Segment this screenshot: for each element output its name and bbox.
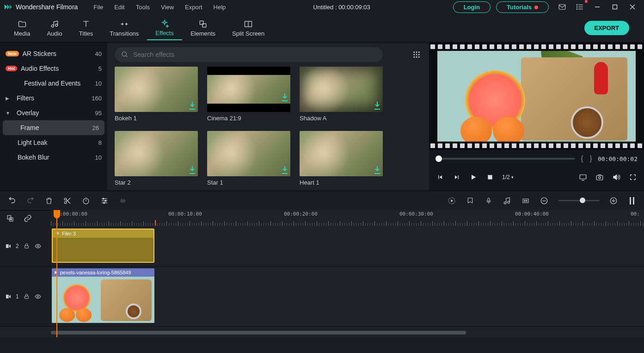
effect-thumb xyxy=(207,67,290,112)
fit-timeline-icon[interactable] xyxy=(521,196,530,205)
tutorials-button[interactable]: Tutorials xyxy=(496,1,549,13)
tab-effects[interactable]: Effects xyxy=(147,16,182,40)
display-settings-icon[interactable] xyxy=(578,173,588,182)
menu-tools[interactable]: Tools xyxy=(131,2,154,12)
search-box[interactable] xyxy=(115,47,383,62)
tab-elements[interactable]: Elements xyxy=(182,17,224,40)
timeline-options-icon[interactable] xyxy=(627,196,637,205)
snapshot-icon[interactable] xyxy=(595,173,604,182)
scrub-handle[interactable] xyxy=(435,155,442,162)
window-minimize-icon[interactable] xyxy=(589,0,605,13)
split-clip-icon[interactable] xyxy=(63,196,72,205)
preview-image[interactable] xyxy=(437,51,636,142)
timeline-horizontal-scrollbar[interactable] xyxy=(51,331,644,335)
menu-file[interactable]: File xyxy=(89,2,108,12)
timeline-scrollbar-thumb[interactable] xyxy=(51,331,466,334)
tab-transitions[interactable]: Transitions xyxy=(101,17,147,40)
lock-icon[interactable] xyxy=(24,293,30,299)
link-icon[interactable] xyxy=(23,214,32,223)
search-input[interactable] xyxy=(133,51,376,58)
sidebar-item-ar-stickers[interactable]: NewAR Stickers40 xyxy=(0,46,107,61)
marker-icon[interactable] xyxy=(466,196,475,205)
effect-clip-icon xyxy=(55,231,60,236)
mark-out-icon[interactable]: } xyxy=(589,155,593,163)
folder-icon xyxy=(18,19,27,29)
zoom-slider[interactable] xyxy=(558,200,600,201)
stop-icon[interactable] xyxy=(485,173,495,182)
zoom-out-icon[interactable] xyxy=(540,196,549,205)
svg-point-12 xyxy=(55,24,58,26)
download-icon xyxy=(374,165,381,174)
delete-icon[interactable] xyxy=(44,196,54,205)
effect-clip[interactable]: Film 3 xyxy=(52,229,154,263)
effect-card[interactable]: Bokeh 1 xyxy=(115,67,198,122)
undo-icon[interactable] xyxy=(7,196,17,205)
eye-icon[interactable] xyxy=(34,293,42,300)
zoom-handle[interactable] xyxy=(580,198,585,203)
chevron-down-icon: ▼ xyxy=(6,111,13,116)
svg-point-26 xyxy=(416,56,417,58)
speed-icon[interactable] xyxy=(81,196,91,205)
content-row: NewAR Stickers40 HotAudio Effects5 Festi… xyxy=(0,43,644,191)
mark-in-icon[interactable]: { xyxy=(580,155,584,163)
effect-card[interactable]: Star 1 xyxy=(207,131,290,186)
effect-card[interactable]: Cinema 21:9 xyxy=(207,67,290,122)
step-back-icon[interactable] xyxy=(435,173,445,182)
sidebar-sub-frame[interactable]: Frame26 xyxy=(3,120,104,135)
eye-icon[interactable] xyxy=(34,243,42,249)
grid-view-icon[interactable] xyxy=(411,50,422,60)
menu-export[interactable]: Export xyxy=(180,2,207,12)
sidebar-item-filters[interactable]: ▶Filters160 xyxy=(0,91,107,105)
play-icon[interactable] xyxy=(469,173,478,182)
download-icon xyxy=(189,101,196,110)
zoom-in-icon[interactable] xyxy=(609,196,618,205)
chevron-right-icon: ▶ xyxy=(6,96,13,101)
menu-view[interactable]: View xyxy=(156,2,178,12)
track-body-2[interactable]: Film 3 xyxy=(51,226,644,266)
menu-edit[interactable]: Edit xyxy=(110,2,129,12)
preview-panel: { } 00:00:00:02 1/2▾ xyxy=(429,43,644,191)
window-maximize-icon[interactable] xyxy=(607,0,623,13)
film-perforation-bottom xyxy=(429,142,644,150)
tab-audio[interactable]: Audio xyxy=(38,17,70,40)
svg-point-51 xyxy=(504,202,506,204)
tab-split-screen[interactable]: Split Screen xyxy=(224,17,273,40)
download-icon xyxy=(189,165,196,174)
fullscreen-icon[interactable] xyxy=(628,173,638,182)
lock-icon[interactable] xyxy=(24,243,30,249)
audio-mixer-icon[interactable] xyxy=(503,196,512,205)
effect-name: Shadow A xyxy=(300,115,383,122)
svg-point-19 xyxy=(413,51,415,53)
track-body-1[interactable]: pexels-vanessa-loring-5865849 xyxy=(51,266,644,326)
effect-card[interactable]: Shadow A xyxy=(300,67,383,122)
timeline-ruler[interactable]: 00:00:00:00 00:00:10:00 00:00:20:00 00:0… xyxy=(51,210,644,226)
effect-card[interactable]: Star 2 xyxy=(115,131,198,186)
window-close-icon[interactable] xyxy=(625,0,640,13)
audio-waveform-icon[interactable] xyxy=(118,196,128,205)
sidebar-item-audio-effects[interactable]: HotAudio Effects5 xyxy=(0,61,107,76)
playback-speed-select[interactable]: 1/2▾ xyxy=(502,174,514,180)
tab-media[interactable]: Media xyxy=(6,17,38,40)
sidebar-sub-bokeh-blur[interactable]: Bokeh Blur10 xyxy=(0,150,107,165)
playhead[interactable] xyxy=(56,210,57,337)
effect-thumb xyxy=(207,131,290,176)
add-track-icon[interactable] xyxy=(6,214,15,223)
video-clip[interactable]: pexels-vanessa-loring-5865849 xyxy=(52,268,154,323)
sidebar-item-overlay[interactable]: ▼Overlay95 xyxy=(0,105,107,120)
login-button[interactable]: Login xyxy=(453,1,491,13)
step-forward-icon[interactable] xyxy=(452,173,461,182)
render-preview-icon[interactable] xyxy=(447,196,456,205)
sidebar-sub-light-leak[interactable]: Light Leak8 xyxy=(0,135,107,150)
export-button[interactable]: EXPORT xyxy=(584,21,629,35)
tasks-icon[interactable] xyxy=(572,0,588,13)
menu-help[interactable]: Help xyxy=(209,2,231,12)
volume-icon[interactable] xyxy=(612,173,621,182)
messages-icon[interactable] xyxy=(554,0,570,13)
sidebar-item-festival[interactable]: Festival and Events10 xyxy=(0,76,107,91)
scrub-slider[interactable] xyxy=(435,158,575,160)
effect-card[interactable]: Heart 1 xyxy=(300,131,383,186)
adjust-icon[interactable] xyxy=(100,196,109,205)
tab-titles[interactable]: Titles xyxy=(71,17,102,40)
voiceover-icon[interactable] xyxy=(484,196,493,205)
redo-icon[interactable] xyxy=(26,196,35,205)
